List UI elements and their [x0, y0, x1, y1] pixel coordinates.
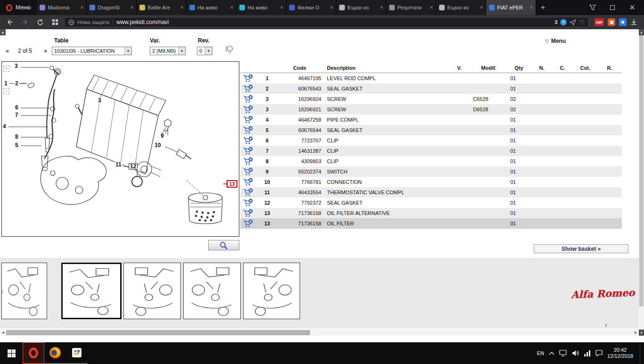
var-select[interactable]: 2 (M8,M9) ▼	[150, 47, 186, 55]
parts-table-row[interactable]: 3 16296921 SCREW D6528 02	[240, 104, 622, 115]
page-corner-button[interactable]: ▲	[0, 29, 6, 35]
diagram-thumbnail-2[interactable]	[61, 263, 122, 319]
parts-table-row[interactable]: 6 7723707 CLIP 01	[240, 135, 622, 146]
parts-table-row[interactable]: 2 60676543 SEAL GASKET 01	[240, 83, 622, 94]
menu-link[interactable]: ▽ Menu	[545, 38, 566, 44]
extension-orange-icon[interactable]	[608, 18, 615, 26]
volume-icon[interactable]	[571, 350, 579, 356]
browser-tab[interactable]: Battle Are ×	[137, 0, 187, 15]
diagram-zoom-button[interactable]	[208, 240, 239, 250]
diagram-thumbnail-1[interactable]	[1, 263, 47, 319]
browser-tab[interactable]: На живо ×	[236, 0, 286, 15]
action-center-icon[interactable]	[595, 350, 603, 356]
add-to-basket-button[interactable]	[240, 74, 256, 83]
lamp-hint-icon[interactable]	[225, 45, 234, 55]
add-to-basket-button[interactable]	[240, 167, 256, 176]
add-to-basket-button[interactable]	[240, 199, 256, 207]
table-select[interactable]: 10301/05 - LUBRICATION ▼	[52, 47, 132, 55]
parts-diagram[interactable]: 3126734859101112 13 ✎ +	[1, 61, 239, 237]
opera-menu-button[interactable]: Меню	[0, 0, 37, 15]
bookmark-heart-icon[interactable]: ♡	[579, 19, 585, 26]
parts-table-row[interactable]: 4 46467258 PIPE COMPL 01	[240, 115, 622, 125]
taskbar-opera-button[interactable]	[23, 342, 44, 364]
add-to-basket-button[interactable]	[240, 116, 256, 124]
tab-close-icon[interactable]: ×	[80, 4, 83, 11]
send-icon[interactable]	[570, 19, 576, 25]
diagram-thumbnail-3[interactable]	[123, 263, 181, 319]
vertical-scrollbar[interactable]: ▲ ▼	[639, 29, 644, 336]
adblock-icon[interactable]: ABP	[595, 18, 604, 26]
network-icon[interactable]	[584, 350, 591, 356]
parts-table-row[interactable]: 11 46433554 THERMOSTATIC VALVE COMPL 01	[240, 187, 622, 198]
taskbar-paint-button[interactable]	[66, 342, 88, 364]
add-to-basket-button[interactable]	[240, 209, 256, 217]
back-button[interactable]	[4, 17, 16, 28]
tab-close-icon[interactable]: ×	[330, 4, 333, 11]
add-to-basket-button[interactable]	[240, 178, 256, 186]
show-basket-button[interactable]: Show basket »	[534, 244, 628, 253]
tab-close-icon[interactable]: ×	[380, 4, 383, 11]
forward-button[interactable]	[19, 17, 31, 28]
add-to-basket-button[interactable]	[240, 219, 256, 228]
tab-close-icon[interactable]: ×	[480, 4, 483, 11]
add-to-basket-button[interactable]	[240, 126, 256, 134]
browser-tab[interactable]: DragonSt ×	[87, 0, 137, 15]
add-to-basket-button[interactable]	[240, 188, 256, 197]
parts-table-row[interactable]: 8 4309803 CLIP 01	[240, 156, 622, 166]
parts-table-row[interactable]: 1 46467195 LEVEL ROD COMPL 01	[240, 73, 622, 83]
close-window-button[interactable]: ✕	[623, 0, 641, 15]
parts-table-row[interactable]: 9 55202374 SWITCH 01	[240, 166, 622, 177]
tab-close-icon[interactable]: ×	[130, 4, 133, 11]
download-icon[interactable]	[630, 19, 637, 26]
browser-tab[interactable]: Madonna ×	[37, 0, 87, 15]
selection-tool-icon[interactable]: ✎	[3, 66, 9, 72]
parts-table-row[interactable]: 12 7792372 SEAL GASKET 01	[240, 198, 622, 208]
add-to-basket-button[interactable]	[240, 95, 256, 103]
browser-tab[interactable]: Бързо из ×	[436, 0, 486, 15]
scroll-right-icon[interactable]: ►	[633, 330, 639, 336]
scroll-down-icon[interactable]: ▼	[639, 330, 644, 336]
thumbnails-scroll-right-icon[interactable]: ›	[605, 321, 607, 329]
speed-dial-icon[interactable]	[49, 17, 61, 28]
extension-blue-icon[interactable]	[619, 18, 627, 26]
zoom-tool-icon[interactable]: +	[3, 88, 9, 94]
tray-expand-icon[interactable]	[549, 351, 554, 355]
start-button[interactable]	[0, 342, 23, 364]
site-info-icon[interactable]	[68, 19, 74, 25]
scroll-up-icon[interactable]: ▲	[639, 29, 644, 35]
show-desktop-button[interactable]	[640, 342, 642, 364]
vertical-scrollbar-thumb[interactable]	[639, 35, 644, 306]
tab-close-icon[interactable]: ×	[430, 4, 433, 11]
keyboard-language[interactable]: EN	[537, 350, 544, 356]
browser-tab[interactable]: Резултати ×	[386, 0, 436, 15]
browser-tab[interactable]: Бързо из ×	[336, 0, 386, 15]
tab-close-icon[interactable]: ×	[280, 4, 283, 11]
parts-table-row[interactable]: 5 60676544 SEAL GASKET 01	[240, 125, 622, 135]
horizontal-scrollbar-thumb[interactable]	[6, 330, 310, 335]
display-icon[interactable]	[559, 350, 567, 356]
parts-table-row[interactable]: 7 14631387 CLIP 01	[240, 146, 622, 156]
rev-select[interactable]: 0 ▼	[197, 47, 212, 55]
add-to-basket-button[interactable]	[240, 147, 256, 155]
blocker-icon[interactable]: ✕	[560, 19, 567, 25]
diagram-thumbnail-5[interactable]	[243, 263, 300, 319]
tab-close-icon[interactable]: ×	[530, 4, 533, 11]
browser-tab[interactable]: На живо ×	[187, 0, 236, 15]
taskbar-firefox-button[interactable]	[44, 342, 66, 364]
horizontal-scrollbar[interactable]: ◄ ►	[0, 330, 639, 336]
add-to-basket-button[interactable]	[240, 105, 256, 114]
diagram-thumbnail-4[interactable]	[183, 263, 241, 319]
add-to-basket-button[interactable]	[240, 136, 256, 145]
new-tab-button[interactable]: +	[536, 0, 549, 15]
prev-table-button[interactable]: «	[6, 47, 9, 54]
thumbnails-scroll-left-icon[interactable]: ‹	[1, 287, 3, 295]
tab-close-icon[interactable]: ×	[180, 4, 183, 11]
address-bar[interactable]: Няма защита | www.pekidi.com/navi 3 ✕ ♡	[64, 17, 589, 27]
parts-table-row[interactable]: 13 71736158 OIL FILTER ALTERNATIVE 01	[240, 208, 622, 218]
next-table-button[interactable]: »	[44, 47, 47, 54]
parts-table-row[interactable]: 10 7766781 CONNECTION 01	[240, 177, 622, 187]
tab-close-icon[interactable]: ×	[230, 4, 233, 11]
parts-table-row[interactable]: 3 16296924 SCREW C6528 02	[240, 94, 622, 104]
browser-tab[interactable]: Филми О ×	[286, 0, 336, 15]
parts-table-row[interactable]: 13 71736158 OIL FILTER 01	[240, 218, 622, 229]
